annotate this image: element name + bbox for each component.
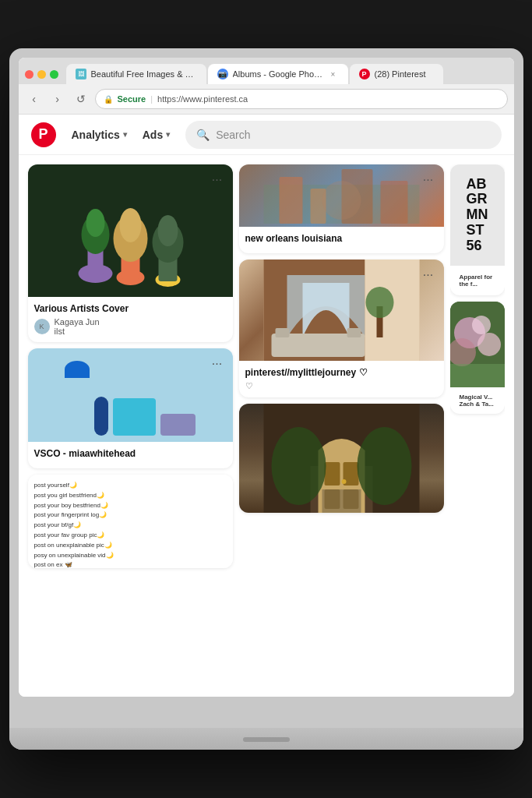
pinterest-app-bar: P Analytics ▾ Ads ▾ 🔍 Search (19, 115, 514, 155)
tab-1-favicon: 🖼 (76, 69, 86, 79)
analytics-nav[interactable]: Analytics ▾ (72, 129, 127, 141)
screen-bezel: 🖼 Beautiful Free Images & Pictu... 📷 Alb… (19, 58, 514, 697)
text-line-6: post your fav group pic🌙 (34, 531, 227, 541)
ads-nav[interactable]: Ads ▾ (143, 129, 170, 141)
maximize-traffic-light[interactable] (50, 70, 58, 79)
ads-chevron: ▾ (166, 130, 170, 139)
pin-interior-more[interactable]: ··· (419, 266, 438, 284)
forward-button[interactable]: › (48, 90, 67, 108)
text-line-7: post on unexplainable pic🌙 (34, 541, 227, 551)
new-orleans-svg (242, 164, 441, 224)
vsco-hat (65, 361, 90, 378)
browser-window: 🖼 Beautiful Free Images & Pictu... 📷 Alb… (19, 58, 514, 697)
pin-artists-cover[interactable]: ··· Various Artists Cover K Kagaya Jun i… (28, 164, 233, 342)
pin-text-list[interactable]: post yourself🌙 post you girl bestfriend🌙… (28, 475, 233, 568)
laptop-notch (243, 737, 290, 742)
pin-new-orleans-title: new orleans louisiana (245, 233, 438, 244)
author-sub: ilst (55, 327, 100, 336)
artists-cover-svg (28, 164, 233, 297)
pin-artists-title: Various Artists Cover (34, 303, 227, 314)
tab-2[interactable]: 📷 Albums - Google Photos × (208, 64, 348, 84)
address-bar[interactable]: 🔒 Secure | https://www.pinterest.ca (95, 89, 508, 109)
svg-rect-15 (279, 177, 302, 224)
svg-point-28 (365, 287, 393, 318)
tab-1-title: Beautiful Free Images & Pictu... (91, 69, 197, 79)
svg-rect-24 (347, 328, 361, 337)
pinterest-logo[interactable]: P (31, 122, 56, 147)
interior-svg (239, 260, 444, 361)
typography-label: Apparel for the f... (455, 269, 500, 292)
text-line-2: post you girl bestfriend🌙 (34, 491, 227, 501)
svg-point-12 (157, 215, 178, 246)
heart-icon: ♡ (245, 381, 253, 391)
svg-point-4 (86, 209, 104, 237)
svg-rect-18 (380, 181, 407, 224)
pin-garden[interactable]: Magical V... Zach & Ta... (450, 302, 505, 414)
ads-label: Ads (143, 129, 163, 141)
text-line-9: post on ex 🦋 (34, 560, 227, 568)
minimize-traffic-light[interactable] (37, 70, 46, 79)
svg-point-37 (357, 427, 411, 505)
svg-point-8 (119, 208, 141, 242)
traffic-lights (25, 70, 58, 79)
vsco-bottle (94, 397, 108, 436)
url-text: https://www.pinterest.ca (157, 94, 248, 104)
close-traffic-light[interactable] (25, 70, 33, 79)
svg-rect-31 (324, 462, 340, 486)
garden-svg (450, 302, 505, 387)
pin-door[interactable] (239, 404, 444, 513)
refresh-button[interactable]: ↺ (72, 90, 90, 108)
back-button[interactable]: ‹ (25, 90, 44, 108)
pin-artists-author: K Kagaya Jun ilst (34, 317, 227, 336)
svg-point-35 (341, 479, 346, 484)
pin-typography[interactable]: AB GR MN ST 56 Apparel for the f... (450, 164, 505, 295)
typography-image: AB GR MN ST 56 (450, 164, 505, 266)
pin-vsco-title: VSCO - miaawhitehead (34, 448, 227, 459)
text-line-4: post your fingerprint log🌙 (34, 510, 227, 521)
pin-artists-more[interactable]: ··· (208, 171, 227, 189)
interior-image (239, 260, 444, 361)
secure-label: Secure (118, 94, 146, 104)
svg-rect-43 (450, 364, 505, 387)
pin-new-orleans-more[interactable]: ··· (419, 171, 438, 189)
author-name: Kagaya Jun (55, 317, 100, 327)
svg-rect-23 (275, 328, 289, 337)
author-avatar-kagaya: K (34, 319, 50, 334)
pin-vsco-more[interactable]: ··· (208, 355, 227, 373)
analytics-label: Analytics (72, 129, 120, 141)
garden-image (450, 302, 505, 387)
tab-bar: 🖼 Beautiful Free Images & Pictu... 📷 Alb… (19, 58, 514, 84)
text-list-block: post yourself🌙 post you girl bestfriend🌙… (28, 475, 233, 568)
svg-point-19 (322, 181, 361, 220)
search-icon: 🔍 (196, 129, 210, 141)
search-bar[interactable]: 🔍 Search (185, 121, 501, 149)
tab-2-close[interactable]: × (328, 69, 339, 79)
tab-3[interactable]: P (28) Pinterest (350, 64, 443, 84)
door-image (239, 404, 444, 513)
pin-column-2: ··· new orleans louisiana (239, 164, 444, 687)
type-letters: AB GR MN ST 56 (467, 177, 488, 254)
tab-3-title: (28) Pinterest (375, 69, 434, 79)
vsco-shoes (160, 414, 196, 436)
search-placeholder: Search (216, 129, 250, 141)
svg-point-41 (477, 333, 501, 356)
garden-label: Magical V... Zach & Ta... (455, 390, 500, 411)
pin-interior[interactable]: ··· pinterest//mylittlejourney ♡ ♡ (239, 260, 444, 397)
pinterest-content: ··· Various Artists Cover K Kagaya Jun i… (19, 155, 514, 697)
pin-column-1: ··· Various Artists Cover K Kagaya Jun i… (28, 164, 233, 687)
text-list-content: post yourself🌙 post you girl bestfriend🌙… (34, 481, 227, 568)
tab-2-title: Albums - Google Photos (233, 69, 323, 79)
tab-2-favicon: 📷 (217, 69, 228, 79)
pin-new-orleans[interactable]: ··· new orleans louisiana (239, 164, 444, 253)
text-line-5: post your bf/gf🌙 (34, 521, 227, 531)
tab-1[interactable]: 🖼 Beautiful Free Images & Pictu... (66, 64, 206, 84)
tab-3-favicon: P (359, 69, 370, 79)
laptop-base (9, 728, 523, 750)
url-separator: | (150, 94, 153, 104)
new-orleans-image (239, 164, 444, 227)
pin-interior-heart[interactable]: ♡ (245, 381, 438, 391)
pinterest-logo-text: P (38, 126, 48, 143)
text-line-8: posy on unexplainable vid🌙 (34, 551, 227, 561)
pins-area: ··· Various Artists Cover K Kagaya Jun i… (19, 155, 514, 697)
pin-vsco[interactable]: ··· VSCO - miaawhitehead (28, 348, 233, 468)
